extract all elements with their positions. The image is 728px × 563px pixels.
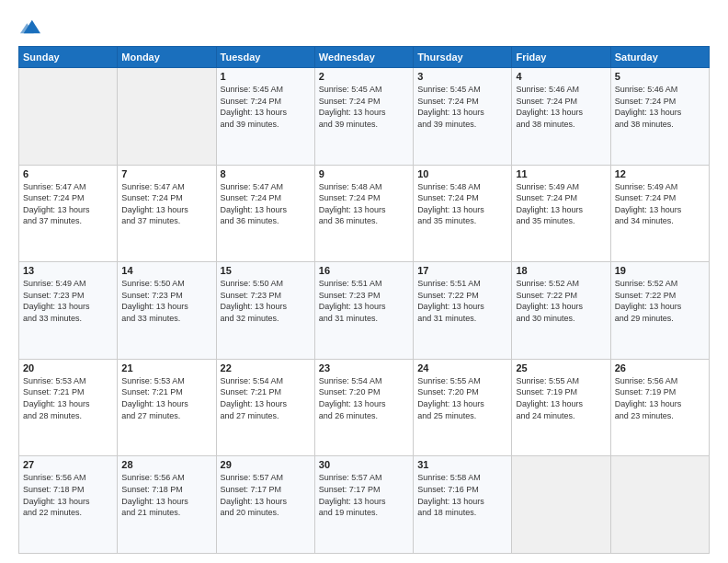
daylight-text-2: and 31 minutes.	[319, 313, 409, 325]
sunrise-text: Sunrise: 5:55 AM	[516, 375, 606, 387]
daylight-text-2: and 18 minutes.	[417, 507, 507, 519]
day-detail: Sunrise: 5:48 AMSunset: 7:24 PMDaylight:…	[319, 181, 409, 227]
day-detail: Sunrise: 5:49 AMSunset: 7:23 PMDaylight:…	[23, 278, 113, 324]
day-number: 25	[516, 362, 606, 373]
daylight-text-2: and 35 minutes.	[516, 215, 606, 227]
daylight-text-2: and 33 minutes.	[121, 313, 211, 325]
day-detail: Sunrise: 5:56 AMSunset: 7:19 PMDaylight:…	[615, 375, 705, 421]
sunrise-text: Sunrise: 5:49 AM	[23, 278, 113, 290]
sunset-text: Sunset: 7:21 PM	[121, 386, 211, 398]
calendar-cell: 4Sunrise: 5:46 AMSunset: 7:24 PMDaylight…	[512, 68, 610, 166]
daylight-text-2: and 19 minutes.	[319, 507, 409, 519]
sunset-text: Sunset: 7:23 PM	[319, 290, 409, 302]
calendar-cell: 19Sunrise: 5:52 AMSunset: 7:22 PMDayligh…	[610, 262, 709, 360]
sunrise-text: Sunrise: 5:45 AM	[319, 84, 409, 96]
sunset-text: Sunset: 7:24 PM	[319, 96, 409, 108]
sunset-text: Sunset: 7:22 PM	[615, 290, 705, 302]
sunrise-text: Sunrise: 5:51 AM	[417, 278, 507, 290]
day-number: 27	[23, 459, 113, 470]
day-number: 31	[417, 459, 507, 470]
day-number: 12	[615, 168, 705, 179]
daylight-text-2: and 37 minutes.	[121, 215, 211, 227]
sunrise-text: Sunrise: 5:56 AM	[615, 375, 705, 387]
daylight-text-2: and 29 minutes.	[615, 313, 705, 325]
daylight-text: Daylight: 13 hours	[319, 107, 409, 119]
calendar-cell: 7Sunrise: 5:47 AMSunset: 7:24 PMDaylight…	[118, 165, 216, 262]
sunset-text: Sunset: 7:21 PM	[23, 386, 113, 398]
day-detail: Sunrise: 5:49 AMSunset: 7:24 PMDaylight:…	[516, 181, 606, 227]
sunset-text: Sunset: 7:24 PM	[516, 192, 606, 204]
day-number: 2	[319, 71, 409, 82]
calendar-cell: 9Sunrise: 5:48 AMSunset: 7:24 PMDaylight…	[314, 165, 413, 262]
calendar-cell: 17Sunrise: 5:51 AMSunset: 7:22 PMDayligh…	[414, 262, 512, 360]
calendar-header: SundayMondayTuesdayWednesdayThursdayFrid…	[19, 47, 710, 68]
daylight-text-2: and 34 minutes.	[615, 215, 705, 227]
sunset-text: Sunset: 7:24 PM	[516, 96, 606, 108]
sunrise-text: Sunrise: 5:54 AM	[319, 375, 409, 387]
sunset-text: Sunset: 7:24 PM	[221, 96, 311, 108]
calendar-cell: 2Sunrise: 5:45 AMSunset: 7:24 PMDaylight…	[314, 68, 413, 166]
weekday-header-wednesday: Wednesday	[314, 47, 413, 68]
calendar-cell: 24Sunrise: 5:55 AMSunset: 7:20 PMDayligh…	[414, 359, 512, 456]
weekday-header-tuesday: Tuesday	[216, 47, 314, 68]
daylight-text: Daylight: 13 hours	[417, 496, 507, 508]
daylight-text-2: and 39 minutes.	[221, 119, 311, 131]
day-number: 16	[319, 265, 409, 276]
calendar-cell: 18Sunrise: 5:52 AMSunset: 7:22 PMDayligh…	[512, 262, 610, 360]
calendar-cell	[610, 456, 709, 554]
daylight-text: Daylight: 13 hours	[221, 398, 311, 410]
daylight-text-2: and 27 minutes.	[121, 410, 211, 422]
sunset-text: Sunset: 7:24 PM	[121, 192, 211, 204]
sunset-text: Sunset: 7:16 PM	[417, 484, 507, 496]
sunrise-text: Sunrise: 5:46 AM	[615, 84, 705, 96]
calendar-cell: 31Sunrise: 5:58 AMSunset: 7:16 PMDayligh…	[414, 456, 512, 554]
weekday-header-sunday: Sunday	[19, 47, 118, 68]
sunrise-text: Sunrise: 5:52 AM	[615, 278, 705, 290]
day-number: 5	[615, 71, 705, 82]
day-detail: Sunrise: 5:55 AMSunset: 7:19 PMDaylight:…	[516, 375, 606, 421]
calendar-cell: 13Sunrise: 5:49 AMSunset: 7:23 PMDayligh…	[19, 262, 118, 360]
calendar-cell	[19, 68, 118, 166]
sunset-text: Sunset: 7:18 PM	[23, 484, 113, 496]
sunrise-text: Sunrise: 5:51 AM	[319, 278, 409, 290]
daylight-text: Daylight: 13 hours	[221, 301, 311, 313]
daylight-text: Daylight: 13 hours	[417, 204, 507, 216]
daylight-text-2: and 37 minutes.	[23, 215, 113, 227]
daylight-text: Daylight: 13 hours	[319, 301, 409, 313]
sunset-text: Sunset: 7:20 PM	[417, 386, 507, 398]
week-row-5: 27Sunrise: 5:56 AMSunset: 7:18 PMDayligh…	[19, 456, 710, 554]
sunset-text: Sunset: 7:17 PM	[319, 484, 409, 496]
daylight-text: Daylight: 13 hours	[615, 301, 705, 313]
day-number: 1	[221, 71, 311, 82]
daylight-text: Daylight: 13 hours	[23, 496, 113, 508]
daylight-text-2: and 21 minutes.	[121, 507, 211, 519]
daylight-text-2: and 39 minutes.	[319, 119, 409, 131]
day-number: 24	[417, 362, 507, 373]
calendar-cell: 27Sunrise: 5:56 AMSunset: 7:18 PMDayligh…	[19, 456, 118, 554]
daylight-text-2: and 27 minutes.	[221, 410, 311, 422]
logo-icon	[20, 17, 40, 37]
calendar-cell: 26Sunrise: 5:56 AMSunset: 7:19 PMDayligh…	[610, 359, 709, 456]
day-detail: Sunrise: 5:46 AMSunset: 7:24 PMDaylight:…	[615, 84, 705, 130]
day-detail: Sunrise: 5:52 AMSunset: 7:22 PMDaylight:…	[516, 278, 606, 324]
day-detail: Sunrise: 5:56 AMSunset: 7:18 PMDaylight:…	[23, 472, 113, 518]
calendar-page: SundayMondayTuesdayWednesdayThursdayFrid…	[0, 0, 728, 563]
calendar-cell: 8Sunrise: 5:47 AMSunset: 7:24 PMDaylight…	[216, 165, 314, 262]
daylight-text: Daylight: 13 hours	[319, 398, 409, 410]
day-detail: Sunrise: 5:49 AMSunset: 7:24 PMDaylight:…	[615, 181, 705, 227]
sunrise-text: Sunrise: 5:54 AM	[221, 375, 311, 387]
daylight-text: Daylight: 13 hours	[121, 398, 211, 410]
day-detail: Sunrise: 5:51 AMSunset: 7:22 PMDaylight:…	[417, 278, 507, 324]
weekday-header-monday: Monday	[118, 47, 216, 68]
day-number: 17	[417, 265, 507, 276]
calendar-cell	[512, 456, 610, 554]
daylight-text-2: and 25 minutes.	[417, 410, 507, 422]
sunset-text: Sunset: 7:17 PM	[221, 484, 311, 496]
day-number: 18	[516, 265, 606, 276]
daylight-text: Daylight: 13 hours	[23, 204, 113, 216]
sunrise-text: Sunrise: 5:50 AM	[121, 278, 211, 290]
daylight-text: Daylight: 13 hours	[615, 204, 705, 216]
daylight-text-2: and 26 minutes.	[319, 410, 409, 422]
calendar-cell: 5Sunrise: 5:46 AMSunset: 7:24 PMDaylight…	[610, 68, 709, 166]
daylight-text: Daylight: 13 hours	[516, 107, 606, 119]
